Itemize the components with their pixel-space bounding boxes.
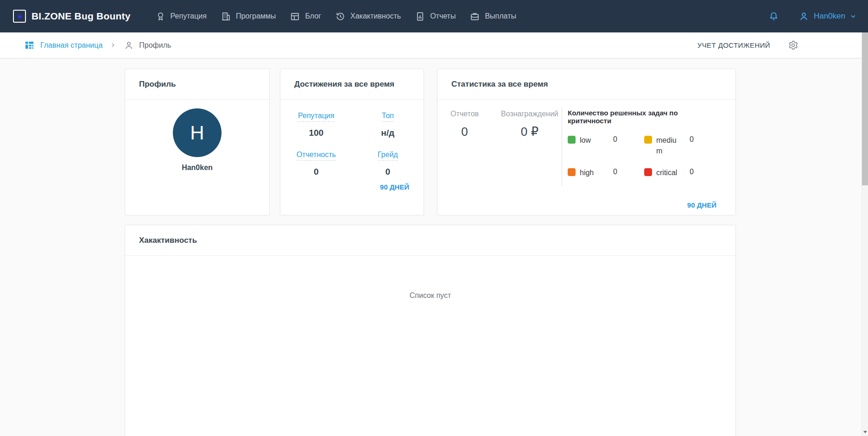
stat-reputation-value: 100 bbox=[309, 128, 323, 138]
breadcrumb-current-label: Профиль bbox=[139, 41, 171, 50]
breadcrumb: Главная страница Профиль bbox=[24, 40, 171, 51]
severity-block: Количество решенных задач по критичности… bbox=[568, 109, 723, 178]
nav-label: Выплаты bbox=[485, 12, 516, 20]
stat-grade-value: 0 bbox=[385, 167, 390, 177]
profile-card: Профиль H Han0ken bbox=[125, 69, 270, 215]
report-icon bbox=[415, 11, 425, 22]
gear-icon bbox=[788, 40, 798, 51]
history-icon bbox=[335, 11, 346, 22]
stat-grade: Грейд 0 bbox=[378, 151, 398, 177]
severity-high: high 0 bbox=[568, 167, 644, 178]
severity-critical: critical 0 bbox=[644, 167, 721, 178]
stat-top: Топ н/д bbox=[381, 112, 394, 138]
username-label: Han0ken bbox=[814, 12, 845, 21]
dashboard-grid-icon bbox=[24, 40, 35, 51]
scrollbar-down-arrow[interactable] bbox=[862, 429, 868, 435]
breadcrumb-home-label: Главная страница bbox=[40, 41, 102, 50]
nav-label: Программы bbox=[236, 12, 276, 20]
briefcase-icon bbox=[469, 11, 480, 22]
critical-label: critical bbox=[656, 167, 679, 178]
rewards-stat: Вознаграждений 0 ₽ bbox=[501, 110, 558, 139]
avatar[interactable]: H bbox=[173, 108, 222, 157]
low-value: 0 bbox=[613, 135, 617, 144]
medium-label: medium bbox=[656, 135, 679, 156]
severity-medium: medium 0 bbox=[644, 135, 721, 156]
hacktivity-card: Хакактивность Список пуст bbox=[125, 225, 736, 436]
breadcrumb-current: Профиль bbox=[123, 40, 171, 51]
breadcrumb-bar: Главная страница Профиль УЧЕТ ДОСТИЖЕНИЙ bbox=[0, 32, 868, 58]
vertical-divider bbox=[562, 107, 562, 186]
stat-reporting: Отчетность 0 bbox=[297, 151, 336, 177]
statistics-card-title: Статистика за все время bbox=[451, 80, 548, 89]
main-menu: Репутация Программы Блог bbox=[148, 6, 523, 26]
nav-item-programs[interactable]: Программы bbox=[214, 6, 283, 26]
nav-label: Блог bbox=[305, 12, 321, 20]
breadcrumb-bar-right: УЧЕТ ДОСТИЖЕНИЙ bbox=[697, 40, 798, 51]
reports-label: Отчетов bbox=[450, 110, 479, 118]
low-label: low bbox=[580, 135, 603, 145]
achievements-90-days-link[interactable]: 90 ДНЕЙ bbox=[380, 183, 409, 191]
statistics-90-days-link[interactable]: 90 ДНЕЙ bbox=[687, 201, 716, 209]
nav-item-reputation[interactable]: Репутация bbox=[148, 6, 214, 26]
nav-item-hacktivity[interactable]: Хакактивность bbox=[328, 6, 408, 26]
rewards-value: 0 ₽ bbox=[521, 125, 539, 139]
critical-swatch bbox=[644, 168, 652, 176]
breadcrumb-home-link[interactable]: Главная страница bbox=[24, 40, 102, 51]
rewards-label: Вознаграждений bbox=[501, 110, 558, 118]
scrollbar-thumb[interactable] bbox=[862, 32, 868, 185]
high-swatch bbox=[568, 168, 576, 176]
achievements-grid: Репутация 100 Топ н/д Отчетность 0 Грейд… bbox=[280, 100, 424, 177]
content-area: Профиль H Han0ken Достижения за все врем… bbox=[125, 69, 736, 436]
severity-legend: low 0 medium 0 high 0 bbox=[568, 135, 723, 178]
user-icon bbox=[798, 11, 810, 22]
user-menu[interactable]: Han0ken bbox=[798, 11, 857, 22]
empty-list-text: Список пуст bbox=[125, 291, 735, 300]
award-icon bbox=[155, 11, 166, 22]
high-label: high bbox=[580, 167, 603, 178]
page-background: Профиль H Han0ken Достижения за все врем… bbox=[0, 58, 868, 436]
building-icon bbox=[221, 11, 231, 22]
vertical-scrollbar[interactable] bbox=[862, 32, 868, 436]
notifications-button[interactable] bbox=[768, 11, 779, 22]
achievements-card: Достижения за все время Репутация 100 То… bbox=[280, 69, 424, 215]
stat-top-value: н/д bbox=[381, 128, 394, 138]
settings-button[interactable] bbox=[788, 40, 798, 51]
brand-logo[interactable]: BI.ZONE Bug Bounty bbox=[13, 10, 131, 23]
achievements-accounting-link[interactable]: УЧЕТ ДОСТИЖЕНИЙ bbox=[697, 41, 770, 49]
reports-stat: Отчетов 0 bbox=[450, 110, 479, 139]
brand-title: BI.ZONE Bug Bounty bbox=[32, 11, 131, 22]
avatar-letter: H bbox=[190, 122, 204, 144]
chevron-down-icon bbox=[849, 13, 857, 20]
profile-card-title: Профиль bbox=[139, 80, 176, 89]
nav-label: Хакактивность bbox=[350, 12, 401, 20]
stat-grade-label[interactable]: Грейд bbox=[378, 151, 398, 161]
severity-title: Количество решенных задач по критичности bbox=[568, 109, 723, 125]
reports-value: 0 bbox=[461, 125, 468, 139]
profile-icon bbox=[123, 40, 134, 51]
stat-reputation-label[interactable]: Репутация bbox=[298, 112, 334, 122]
stat-reputation: Репутация 100 bbox=[298, 112, 334, 138]
stat-reporting-label[interactable]: Отчетность bbox=[297, 151, 336, 161]
profile-username: Han0ken bbox=[182, 164, 213, 172]
nav-label: Отчеты bbox=[430, 12, 456, 20]
critical-value: 0 bbox=[690, 168, 694, 176]
blog-icon bbox=[290, 11, 300, 22]
reports-rewards-block: Отчетов 0 Вознаграждений 0 ₽ bbox=[450, 110, 558, 139]
breadcrumb-chevron-icon bbox=[110, 42, 116, 48]
summary-cards-row: Профиль H Han0ken Достижения за все врем… bbox=[125, 69, 736, 215]
low-swatch bbox=[568, 136, 576, 144]
high-value: 0 bbox=[613, 168, 617, 176]
statistics-card: Статистика за все время Отчетов 0 Вознаг… bbox=[437, 69, 736, 215]
nav-item-payments[interactable]: Выплаты bbox=[463, 6, 523, 26]
medium-swatch bbox=[644, 136, 652, 144]
stat-top-label[interactable]: Топ bbox=[382, 112, 394, 122]
stat-reporting-value: 0 bbox=[314, 167, 319, 177]
navbar-right: Han0ken bbox=[768, 11, 857, 22]
nav-label: Репутация bbox=[171, 12, 207, 20]
bell-icon bbox=[768, 11, 779, 22]
hacktivity-card-title: Хакактивность bbox=[139, 236, 197, 245]
top-navbar: BI.ZONE Bug Bounty Репутация Программы bbox=[0, 0, 868, 32]
nav-item-blog[interactable]: Блог bbox=[283, 6, 328, 26]
bug-logo-icon bbox=[13, 10, 26, 23]
nav-item-reports[interactable]: Отчеты bbox=[408, 6, 463, 26]
